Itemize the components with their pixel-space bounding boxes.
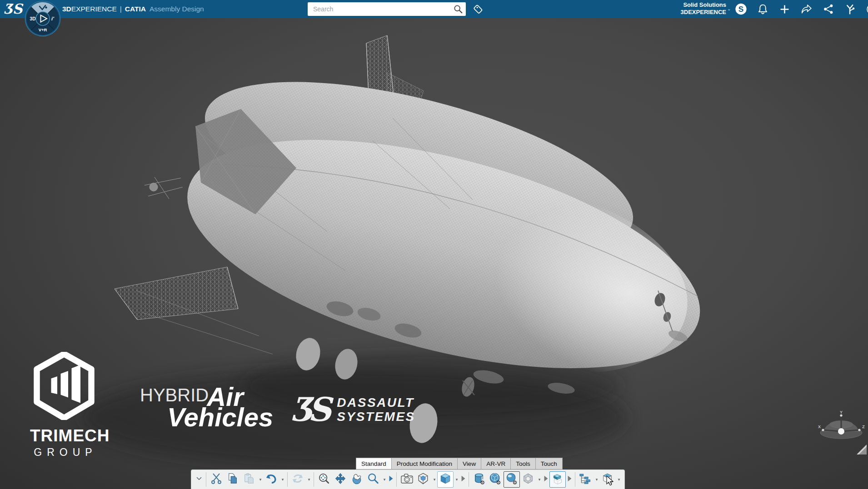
3d-viewport[interactable]: TRIMECH GROUP HYBRIDAir Vehicles ƷS DASS… bbox=[0, 18, 868, 489]
airship-3d-model[interactable] bbox=[0, 18, 868, 489]
collapse-actionbar-button[interactable] bbox=[194, 471, 204, 488]
select-dropdown-arrow[interactable]: ▾ bbox=[616, 471, 622, 488]
tab-standard[interactable]: Standard bbox=[356, 458, 391, 469]
3ds-logo-icon[interactable]: ƷS bbox=[4, 1, 22, 17]
tab-product-modification[interactable]: Product Modification bbox=[391, 458, 457, 469]
top-bar: ƷS 3DEXPERIENCE|CATIAAssembly Design bbox=[0, 0, 868, 18]
mooring-fixture bbox=[145, 177, 183, 199]
capture-image-button[interactable] bbox=[399, 471, 415, 488]
viewport-corner-handle[interactable] bbox=[855, 444, 867, 455]
select-button[interactable] bbox=[599, 471, 616, 488]
zoom-icon bbox=[367, 473, 379, 486]
compass-vr-label[interactable]: V+R bbox=[39, 27, 47, 32]
redo-dropdown-arrow[interactable]: ▾ bbox=[306, 471, 312, 488]
more-update-commands-button[interactable] bbox=[542, 471, 549, 488]
cube-cursor-icon bbox=[602, 473, 614, 487]
hex-ring-icon bbox=[522, 473, 534, 486]
fit-all-in-button[interactable] bbox=[316, 471, 332, 488]
triad-z-label: Z bbox=[862, 425, 865, 429]
s-badge-icon[interactable]: S bbox=[735, 3, 747, 15]
zoom-button[interactable] bbox=[365, 471, 381, 488]
cut-button[interactable] bbox=[208, 471, 224, 488]
redo-button[interactable] bbox=[289, 471, 306, 488]
triad-x-label: X bbox=[818, 425, 821, 429]
tail-fin-left bbox=[115, 267, 238, 320]
pan-button[interactable] bbox=[332, 471, 349, 488]
3dexperience-compass[interactable]: 3D i’ V+R bbox=[25, 0, 61, 37]
hybrid-air-vehicles-logo: HYBRIDAir Vehicles bbox=[140, 381, 285, 432]
account-line1: Solid Solutions bbox=[658, 1, 726, 9]
update-data-button[interactable]: ⚙ bbox=[471, 471, 487, 488]
iso-view-dropdown-arrow[interactable]: ▾ bbox=[432, 471, 437, 488]
trimech-wordmark: TRIMECH bbox=[30, 426, 98, 445]
account-switcher[interactable]: Solid Solutions 3DEXPERIENCE bbox=[658, 1, 726, 16]
compass-3d-label[interactable]: 3D bbox=[30, 16, 36, 21]
app-name: CATIA bbox=[125, 5, 146, 13]
sphere-gear-icon: ⚙ bbox=[506, 473, 518, 486]
toolbar-separator bbox=[575, 472, 575, 487]
tab-touch[interactable]: Touch bbox=[535, 458, 563, 469]
zoom-fit-icon bbox=[318, 473, 330, 486]
tab-view[interactable]: View bbox=[457, 458, 481, 469]
action-bar-tabs: StandardProduct ModificationViewAR-VRToo… bbox=[356, 458, 563, 469]
tab-ar-vr[interactable]: AR-VR bbox=[481, 458, 510, 469]
tab-tools[interactable]: Tools bbox=[510, 458, 535, 469]
globe-gear-icon: ⚙ bbox=[489, 473, 501, 486]
compass-ii-label[interactable]: i’ bbox=[51, 16, 55, 21]
toolbar-separator bbox=[206, 472, 206, 487]
more-view-commands-button[interactable] bbox=[387, 471, 394, 488]
add-plus-icon[interactable] bbox=[778, 3, 791, 15]
more-render-styles-button[interactable] bbox=[459, 471, 467, 488]
account-caret-icon[interactable]: ⌄ bbox=[727, 6, 731, 11]
iso-view-button[interactable] bbox=[415, 471, 431, 488]
svg-text:⚙: ⚙ bbox=[512, 479, 517, 484]
swym-user-icon[interactable] bbox=[844, 3, 856, 15]
search-input[interactable] bbox=[308, 5, 450, 13]
dassault-3ds-glyph-icon: ƷS bbox=[291, 387, 337, 432]
design-tree-button[interactable] bbox=[577, 471, 594, 488]
toolbar-separator bbox=[396, 472, 397, 487]
copy-icon bbox=[227, 473, 239, 486]
tree-icon bbox=[579, 473, 591, 486]
assembly-update-dropdown-arrow[interactable]: ▾ bbox=[537, 471, 542, 488]
tag-icon[interactable] bbox=[471, 2, 485, 16]
chevron-down-icon bbox=[195, 474, 203, 484]
db-gear-icon: ⚙ bbox=[473, 473, 485, 486]
hav-vehicles-text: Vehicles bbox=[167, 402, 285, 432]
assembly-update-button[interactable] bbox=[520, 471, 536, 488]
svg-text:S: S bbox=[738, 5, 743, 14]
undo-button[interactable] bbox=[263, 471, 279, 488]
notifications-bell-icon[interactable] bbox=[757, 3, 769, 15]
explore-mode-button[interactable] bbox=[549, 471, 566, 488]
trimech-group-logo: TRIMECH GROUP bbox=[30, 352, 98, 459]
play-icon bbox=[567, 475, 572, 484]
iso-cube-icon bbox=[417, 473, 429, 486]
copy-button[interactable] bbox=[224, 471, 241, 488]
share-nodes-icon[interactable] bbox=[822, 3, 834, 15]
rotate-icon bbox=[351, 473, 363, 486]
shading-with-material-dropdown-arrow[interactable]: ▾ bbox=[454, 471, 459, 488]
paste-button[interactable] bbox=[241, 471, 257, 488]
share-forward-icon[interactable] bbox=[800, 3, 813, 15]
global-update-button[interactable]: ⚙ bbox=[487, 471, 504, 488]
shading-with-material-button[interactable] bbox=[437, 471, 454, 488]
search-bar bbox=[308, 2, 466, 16]
shaded-cube-icon bbox=[439, 473, 451, 486]
session-update-button[interactable]: ⚙ bbox=[504, 471, 520, 488]
design-tree-dropdown-arrow[interactable]: ▾ bbox=[594, 471, 599, 488]
redo-icon bbox=[292, 473, 304, 486]
camera-icon bbox=[401, 473, 413, 486]
action-bar: ▾▾▾▾▾▾⚙⚙⚙▾▾▾ bbox=[191, 469, 625, 489]
dassault-systemes-logo: ƷS DASSAULT SYSTEMES bbox=[291, 387, 415, 432]
zoom-dropdown-arrow[interactable]: ▾ bbox=[382, 471, 387, 488]
systemes-text: SYSTEMES bbox=[337, 410, 415, 424]
paste-dropdown-arrow[interactable]: ▾ bbox=[258, 471, 263, 488]
more-explore-commands-button[interactable] bbox=[566, 471, 573, 488]
dassault-text: DASSAULT bbox=[337, 395, 415, 410]
search-icon[interactable] bbox=[450, 2, 466, 16]
undo-icon bbox=[265, 473, 277, 486]
toolbar-separator bbox=[287, 472, 288, 487]
undo-dropdown-arrow[interactable]: ▾ bbox=[280, 471, 285, 488]
rotate-button[interactable] bbox=[349, 471, 365, 488]
help-icon[interactable]: ? bbox=[866, 3, 868, 15]
